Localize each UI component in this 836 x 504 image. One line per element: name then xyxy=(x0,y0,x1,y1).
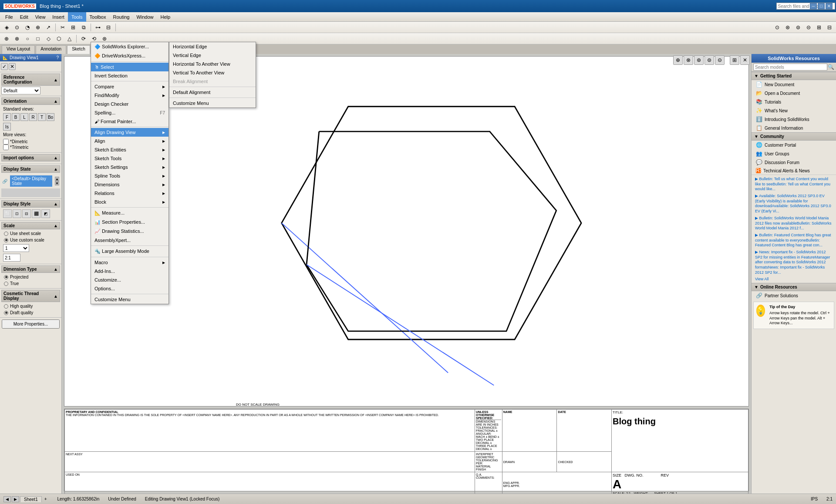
tb2-6[interactable]: ⬡ xyxy=(54,34,64,44)
convert-entities-btn[interactable]: ⊞ xyxy=(68,23,78,32)
tab-view-layout[interactable]: View Layout xyxy=(2,45,35,54)
community-section[interactable]: ▼ Community xyxy=(752,132,836,141)
tab-annotation[interactable]: Annotation xyxy=(36,45,66,54)
dd-compare[interactable]: Compare ▶ xyxy=(91,82,169,91)
dd-sketch-tools[interactable]: Sketch Tools ▶ xyxy=(91,154,169,163)
dd-large-assembly[interactable]: 🔩 Large Assembly Mode xyxy=(91,247,169,256)
tb-right-2[interactable]: ⊛ xyxy=(783,23,792,32)
shaded-edges-btn[interactable]: ◩ xyxy=(41,209,50,218)
dd-block[interactable]: Block ▶ xyxy=(91,198,169,206)
tb2-2[interactable]: ⊗ xyxy=(12,34,22,44)
tb-btn-5[interactable]: ↗ xyxy=(44,23,53,32)
menu-file[interactable]: File xyxy=(2,12,17,22)
display-delete-relations-btn[interactable]: ⊶ xyxy=(93,23,103,32)
dd-invert[interactable]: Invert Selection xyxy=(91,71,169,80)
new-document-item[interactable]: 📄 New Document xyxy=(752,80,836,89)
high-quality-dot[interactable] xyxy=(4,304,8,309)
view-all-link[interactable]: View All xyxy=(755,277,833,281)
dd-align-drawing[interactable]: Align Drawing View ▶ xyxy=(91,128,169,137)
dd-sketch-entities[interactable]: Sketch Entities ▶ xyxy=(91,145,169,154)
tb-btn-4[interactable]: ⊕ xyxy=(33,23,43,32)
partner-solutions-item[interactable]: 🔗 Partner Solutions xyxy=(752,291,836,300)
bottom-view-btn[interactable]: Bo xyxy=(47,113,54,121)
menu-help[interactable]: Help xyxy=(157,12,174,22)
sheet1-tab[interactable]: Sheet1 xyxy=(20,496,42,502)
cosmetic-thread-title[interactable]: Cosmetic Thread Display ▲ xyxy=(1,290,60,302)
next-sheet-btn[interactable]: ▶ xyxy=(12,496,19,502)
scale-value-input[interactable] xyxy=(3,254,20,262)
general-info-item[interactable]: 📋 General Information xyxy=(752,124,836,132)
models-search-input[interactable] xyxy=(753,64,827,71)
tb-btn-8[interactable]: ⧉ xyxy=(79,23,88,32)
search-button[interactable]: 🔍 xyxy=(827,64,834,71)
tb2-8[interactable]: ⟳ xyxy=(79,34,88,44)
tb-right-3[interactable]: ⊜ xyxy=(793,23,803,32)
tb2-4[interactable]: □ xyxy=(33,34,43,44)
dd-macro[interactable]: Macro ▶ xyxy=(91,258,169,267)
top-view-btn[interactable]: T xyxy=(38,113,46,121)
maximize-button[interactable]: □ xyxy=(818,3,825,9)
dd-sketch-settings[interactable]: Sketch Settings ▶ xyxy=(91,163,169,171)
menu-tools[interactable]: Tools xyxy=(68,12,86,22)
dd-assembly-xpert[interactable]: AssemblyXpert... xyxy=(91,236,169,245)
tb-btn-2[interactable]: ⊙ xyxy=(12,23,22,32)
news-link-4[interactable]: ▶ Bulletin: Featured Content Blog has gr… xyxy=(755,233,831,247)
dimension-type-title[interactable]: Dimension Type ▲ xyxy=(1,265,60,273)
scale-title[interactable]: Scale ▲ xyxy=(1,222,60,229)
left-view-btn[interactable]: L xyxy=(20,113,28,121)
right-view-btn[interactable]: R xyxy=(29,113,37,121)
dd-select[interactable]: 🖱 Select xyxy=(91,63,169,71)
discussion-forum-item[interactable]: 💬 Discussion Forum xyxy=(752,158,836,167)
display-state-up[interactable]: ▲ xyxy=(55,177,59,181)
expand-btn[interactable]: ⊞ xyxy=(730,55,739,65)
news-link-1[interactable]: ▶ Bulletin: Tell us what Content you wou… xyxy=(755,177,830,191)
front-view-btn[interactable]: F xyxy=(3,113,11,121)
tab-sketch[interactable]: Sketch xyxy=(67,45,90,54)
menu-edit[interactable]: Edit xyxy=(17,12,32,22)
shaded-btn[interactable]: ⬛ xyxy=(32,209,40,218)
tb-right-1[interactable]: ⊙ xyxy=(772,23,782,32)
tb-right-6[interactable]: ⊟ xyxy=(825,23,834,32)
whats-new-item[interactable]: ✨ What's New xyxy=(752,106,836,115)
dd-relations[interactable]: Relations ▶ xyxy=(91,189,169,198)
canvas-tb-1[interactable]: ⊕ xyxy=(673,55,683,65)
news-link-5[interactable]: ▶ News: Important fix - SolidWorks 2012 … xyxy=(755,250,830,275)
tech-alerts-item[interactable]: RSS Technical Alerts & News xyxy=(752,167,836,175)
dd-sub-customize-menu[interactable]: Customize Menu xyxy=(169,99,256,108)
more-properties-button[interactable]: More Properties... xyxy=(2,319,60,329)
canvas-tb-3[interactable]: ⊛ xyxy=(694,55,704,65)
add-sheet-btn[interactable]: + xyxy=(43,496,49,502)
tb2-1[interactable]: ⊕ xyxy=(2,34,11,44)
menu-toolbox[interactable]: Toolbox xyxy=(86,12,110,22)
menu-view[interactable]: View xyxy=(32,12,49,22)
dd-options[interactable]: Options... xyxy=(91,284,169,293)
quick-snaps-btn[interactable]: ⊟ xyxy=(104,23,113,32)
trim-entities-btn[interactable]: ✂ xyxy=(58,23,67,32)
dd-vertical-another[interactable]: Vertical To Another View xyxy=(169,68,256,77)
display-state-down[interactable]: ▼ xyxy=(55,181,59,185)
dd-format-painter[interactable]: 🖌 Format Painter... xyxy=(91,117,169,126)
display-state-value[interactable]: <Default> Display State xyxy=(10,175,52,187)
dd-add-ins[interactable]: Add-Ins... xyxy=(91,267,169,276)
dd-find-modify[interactable]: Find/Modify ▶ xyxy=(91,91,169,100)
hidden-lines-removed-btn[interactable]: ⊟ xyxy=(22,209,31,218)
news-link-3[interactable]: ▶ Bulletin: SolidWorks World Model Mania… xyxy=(755,216,831,230)
dd-customize-menu[interactable]: Customize Menu xyxy=(91,295,169,304)
dd-horizontal-edge[interactable]: Horizontal Edge xyxy=(169,42,256,51)
import-options-title[interactable]: Import options ▲ xyxy=(1,154,60,161)
open-document-item[interactable]: 📂 Open a Document xyxy=(752,89,836,97)
dd-spline-tools[interactable]: Spline Tools ▶ xyxy=(91,171,169,180)
sheet-scale-dot[interactable] xyxy=(4,232,8,236)
draft-quality-dot[interactable] xyxy=(4,311,8,315)
close-panel-btn[interactable]: ✕ xyxy=(740,55,750,65)
dd-measure[interactable]: 📐 Measure... xyxy=(91,208,169,218)
tutorials-item[interactable]: 📚 Tutorials xyxy=(752,97,836,106)
custom-scale-dot[interactable] xyxy=(4,238,8,242)
accept-btn[interactable]: ✓ xyxy=(1,63,8,70)
display-state-title[interactable]: Display State ▲ xyxy=(1,165,60,173)
wireframe-btn[interactable]: ⬜ xyxy=(3,209,12,218)
help-icon[interactable]: ? xyxy=(56,55,59,60)
user-groups-item[interactable]: 👥 User Groups xyxy=(752,149,836,158)
tb-btn-3[interactable]: ◔ xyxy=(23,23,32,32)
dd-horizontal-another[interactable]: Horizontal To Another View xyxy=(169,60,256,68)
